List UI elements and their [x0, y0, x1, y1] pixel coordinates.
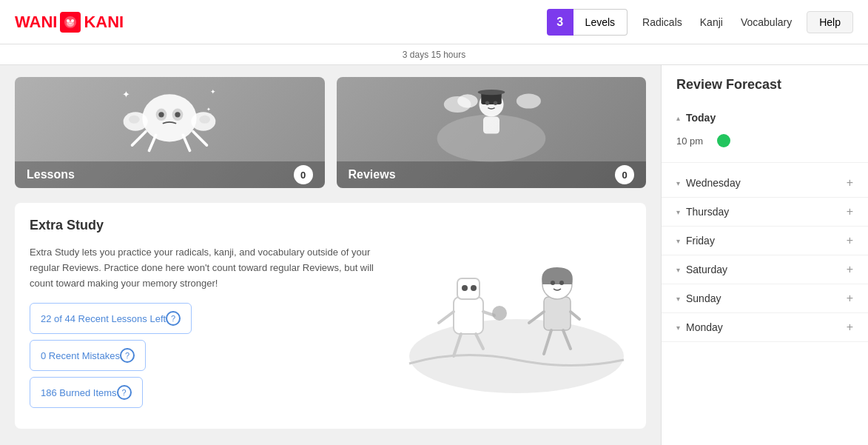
lessons-count: 0: [294, 165, 313, 184]
wednesday-plus-icon: +: [847, 176, 853, 190]
content-area: ✦ ✦ ✦: [0, 65, 661, 445]
levels-button[interactable]: Levels: [573, 9, 628, 36]
monday-chevron-icon: ▾: [676, 324, 680, 332]
monday-section: ▾ Monday +: [662, 313, 868, 342]
thursday-label: Thursday: [686, 206, 729, 218]
sunday-label: Sunday: [686, 292, 721, 304]
today-time-row: 10 pm: [676, 131, 853, 150]
today-section: ▴ Today 10 pm: [662, 104, 868, 156]
sub-header: 3 days 15 hours: [0, 44, 868, 65]
saturday-row[interactable]: ▾ Saturday +: [662, 255, 868, 284]
lessons-label: Lessons: [27, 168, 75, 181]
svg-text:✦: ✦: [207, 106, 212, 113]
thursday-row[interactable]: ▾ Thursday +: [662, 198, 868, 226]
recent-mistakes-label: 0 Recent Mistakes: [41, 350, 120, 361]
friday-left: ▾ Friday: [676, 235, 715, 247]
extra-study-section: Extra Study Extra Study lets you practic…: [15, 203, 646, 429]
svg-point-22: [457, 94, 478, 107]
sunday-row[interactable]: ▾ Sunday +: [662, 284, 868, 312]
monday-label: Monday: [686, 321, 723, 333]
review-forecast-sidebar: Review Forecast ▴ Today 10 pm ▾ Wednesda…: [661, 65, 868, 445]
svg-point-11: [175, 112, 181, 117]
reviews-card-footer: Reviews 0: [337, 161, 647, 188]
saturday-left: ▾ Saturday: [676, 264, 727, 275]
wednesday-section: ▾ Wednesday +: [662, 169, 868, 198]
recent-mistakes-help-icon: ?: [120, 348, 135, 363]
logo-text-right: KANI: [84, 13, 124, 32]
extra-study-left: Extra Study lets you practice your radic…: [30, 245, 387, 414]
thursday-left: ▾ Thursday: [676, 206, 729, 218]
recent-lessons-label: 22 of 44 Recent Lessons Left: [41, 313, 166, 324]
wednesday-label: Wednesday: [686, 177, 741, 189]
lessons-card[interactable]: ✦ ✦ ✦: [15, 77, 325, 188]
svg-point-14: [129, 116, 140, 124]
monday-plus-icon: +: [847, 321, 853, 334]
extra-study-description: Extra Study lets you practice your radic…: [30, 245, 387, 291]
svg-text:✦: ✦: [122, 89, 130, 100]
lessons-card-footer: Lessons 0: [15, 161, 325, 188]
svg-line-16: [132, 132, 146, 145]
question-icon-3: ?: [122, 388, 127, 397]
today-header[interactable]: ▴ Today: [676, 104, 853, 131]
svg-point-15: [200, 116, 211, 124]
thursday-chevron-icon: ▾: [676, 208, 680, 216]
burned-items-button[interactable]: 186 Burned Items ?: [30, 377, 143, 408]
svg-rect-40: [544, 297, 571, 330]
sunday-chevron-icon: ▾: [676, 295, 680, 303]
recent-lessons-help-icon: ?: [166, 311, 181, 326]
reviews-card[interactable]: Reviews 0: [337, 77, 647, 188]
nav-vocabulary[interactable]: Vocabulary: [741, 16, 792, 28]
svg-point-27: [485, 101, 490, 106]
nav-radicals[interactable]: Radicals: [642, 16, 682, 28]
nav-kanji[interactable]: Kanji: [700, 16, 723, 28]
sidebar-title: Review Forecast: [662, 77, 868, 104]
thursday-plus-icon: +: [847, 205, 853, 218]
sunday-section: ▾ Sunday +: [662, 284, 868, 313]
friday-row[interactable]: ▾ Friday +: [662, 227, 868, 255]
svg-point-2: [67, 19, 70, 22]
svg-line-37: [439, 312, 454, 323]
svg-line-18: [193, 132, 206, 145]
review-dot-indicator: [717, 134, 730, 147]
burned-items-help-icon: ?: [117, 385, 132, 400]
time-label: 10 pm: [676, 135, 710, 147]
wednesday-chevron-icon: ▾: [676, 179, 680, 187]
extra-study-illustration: [402, 245, 631, 396]
extra-study-inner: Extra Study lets you practice your radic…: [30, 245, 631, 414]
burned-items-label: 186 Burned Items: [41, 387, 117, 398]
lessons-illustration: ✦ ✦ ✦: [15, 77, 325, 166]
svg-point-26: [477, 90, 505, 95]
saturday-chevron-icon: ▾: [676, 266, 680, 274]
recent-mistakes-button[interactable]: 0 Recent Mistakes ?: [30, 340, 146, 371]
level-badge: 3: [547, 9, 573, 36]
saturday-section: ▾ Saturday +: [662, 255, 868, 284]
friday-label: Friday: [686, 235, 715, 247]
svg-line-19: [184, 135, 190, 150]
svg-point-39: [492, 306, 507, 321]
logo-wanikani-icon: [60, 12, 81, 33]
help-button[interactable]: Help: [807, 11, 853, 33]
saturday-label: Saturday: [686, 264, 727, 275]
wednesday-left: ▾ Wednesday: [676, 177, 741, 189]
thursday-section: ▾ Thursday +: [662, 198, 868, 227]
reviews-count: 0: [615, 165, 634, 184]
svg-line-17: [149, 135, 156, 150]
countdown-text: 3 days 15 hours: [403, 50, 465, 60]
svg-point-3: [71, 19, 74, 22]
reviews-illustration: [337, 77, 647, 166]
level-selector[interactable]: 3 Levels: [547, 9, 628, 36]
sunday-plus-icon: +: [847, 292, 853, 305]
main-layout: ✦ ✦ ✦: [0, 65, 868, 445]
svg-line-47: [571, 312, 579, 319]
wednesday-row[interactable]: ▾ Wednesday +: [662, 169, 868, 197]
main-nav: Radicals Kanji Vocabulary: [642, 16, 792, 28]
monday-row[interactable]: ▾ Monday +: [662, 313, 868, 341]
logo-text-left: WANI: [15, 13, 57, 32]
svg-point-7: [143, 94, 197, 141]
friday-chevron-icon: ▾: [676, 237, 680, 245]
sunday-left: ▾ Sunday: [676, 292, 721, 304]
today-chevron-icon: ▴: [676, 114, 680, 122]
recent-lessons-button[interactable]: 22 of 44 Recent Lessons Left ?: [30, 303, 192, 334]
svg-point-42: [551, 281, 555, 285]
svg-point-10: [159, 112, 164, 117]
